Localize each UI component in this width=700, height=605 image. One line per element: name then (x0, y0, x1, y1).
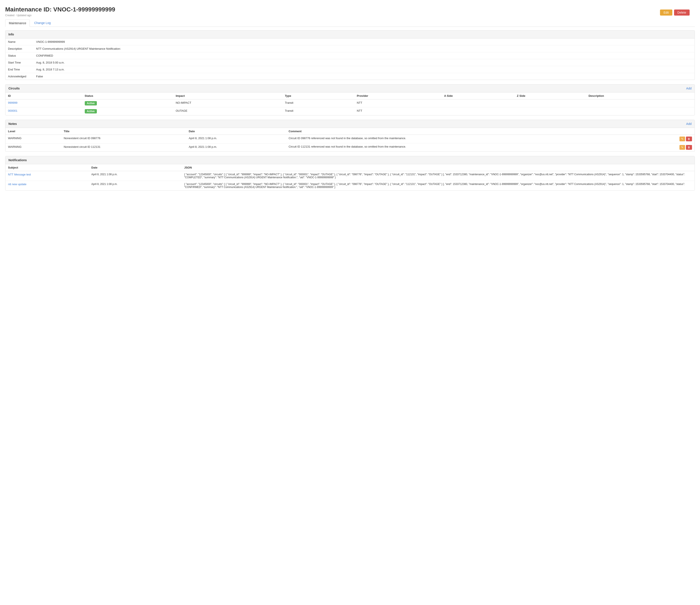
info-label: Start Time (5, 59, 33, 66)
notif-json: { "account": "12345000", "circuits": [ {… (182, 181, 695, 190)
info-label: Status (5, 52, 33, 59)
notif-date: April 8, 2021 1:08 p.m. (89, 181, 182, 190)
note-edit-button[interactable]: ✎ (679, 145, 685, 150)
circuit-aside (442, 99, 514, 107)
circuit-provider: NTT (354, 107, 442, 115)
info-row: DescriptionNTT Communications (AS2914) U… (5, 45, 695, 52)
info-row: StatusCONFIRMED (5, 52, 695, 59)
info-table: NameVNOC-1-99999999999DescriptionNTT Com… (5, 38, 695, 80)
circuit-id[interactable]: 000001 (5, 107, 82, 115)
notes-section-header: Notes Add (5, 120, 695, 128)
notifications-table: SubjectDateJSON NTT Message test April 8… (5, 164, 695, 190)
note-delete-button[interactable]: 🗑 (686, 145, 692, 150)
top-actions: Edit Delete (660, 9, 690, 16)
info-section-header: Info (5, 30, 695, 38)
notes-add-link[interactable]: Add (686, 122, 692, 126)
circuits-add-link[interactable]: Add (686, 87, 692, 90)
circuits-col-header: ID (5, 93, 82, 99)
notif-col-header: Date (89, 164, 182, 171)
note-delete-button[interactable]: 🗑 (686, 136, 692, 141)
info-value: CONFIRMED (33, 52, 695, 59)
tab-maintenance[interactable]: Maintenance (5, 20, 30, 27)
notif-json: { "account": "12345000", "circuits": [ {… (182, 171, 695, 181)
note-comment: Circuit ID 098776 referenced was not fou… (286, 135, 695, 143)
info-row: End TimeAug. 8, 2018 7:13 a.m. (5, 66, 695, 73)
circuit-description (586, 99, 695, 107)
circuits-row: 999999 Active NO-IMPACT Transit NTT (5, 99, 695, 107)
info-label: End Time (5, 66, 33, 73)
info-row: NameVNOC-1-99999999999 (5, 38, 695, 45)
info-label: Acknowledged (5, 73, 33, 80)
circuits-col-header: A Side (442, 93, 514, 99)
notes-row: WARNING Nonexistent circuit ID 098776 Ap… (5, 135, 695, 143)
notes-col-header: Date (186, 128, 286, 135)
notifications-section-header: Notifications (5, 156, 695, 164)
notif-date: April 8, 2021 1:08 p.m. (89, 171, 182, 181)
notes-row: WARNING Nonexistent circuit ID 112131 Ap… (5, 143, 695, 152)
note-actions: ✎ 🗑 (679, 145, 692, 150)
info-section: Info NameVNOC-1-99999999999DescriptionNT… (5, 30, 695, 80)
note-title: Nonexistent circuit ID 112131 (61, 143, 186, 152)
info-value: Aug. 8, 2018 5:00 a.m. (33, 59, 695, 66)
notif-col-header: Subject (5, 164, 89, 171)
note-date: April 8, 2021 1:08 p.m. (186, 135, 286, 143)
notes-col-header: Level (5, 128, 61, 135)
circuits-col-header: Type (282, 93, 354, 99)
circuit-id[interactable]: 999999 (5, 99, 82, 107)
circuit-zside (514, 99, 586, 107)
circuit-description (586, 107, 695, 115)
circuits-row: 000001 Active OUTAGE Transit NTT (5, 107, 695, 115)
info-row: AcknowledgedFalse (5, 73, 695, 80)
note-comment: Circuit ID 112131 referenced was not fou… (286, 143, 695, 152)
notes-col-header: Comment (286, 128, 695, 135)
note-title: Nonexistent circuit ID 098776 (61, 135, 186, 143)
notif-row: NTT Message test April 8, 2021 1:08 p.m.… (5, 171, 695, 181)
circuits-col-header: Description (586, 93, 695, 99)
circuit-status: Active (82, 107, 173, 115)
circuit-zside (514, 107, 586, 115)
circuit-impact: NO-IMPACT (173, 99, 282, 107)
delete-button[interactable]: Delete (674, 9, 690, 16)
circuit-impact: OUTAGE (173, 107, 282, 115)
note-level: WARNING (5, 143, 61, 152)
notif-subject[interactable]: ntt new update (5, 181, 89, 190)
tab-changelog[interactable]: Change Log (31, 20, 54, 27)
circuit-status: Active (82, 99, 173, 107)
notif-col-header: JSON (182, 164, 695, 171)
circuits-section-header: Circuits Add (5, 84, 695, 93)
notes-col-header: Title (61, 128, 186, 135)
circuit-type: Transit (282, 107, 354, 115)
circuits-section: Circuits Add IDStatusImpactTypeProviderA… (5, 84, 695, 115)
edit-button[interactable]: Edit (660, 9, 672, 16)
info-label: Description (5, 45, 33, 52)
info-value: NTT Communications (AS2914) URGENT Maint… (33, 45, 695, 52)
info-value: Aug. 8, 2018 7:13 a.m. (33, 66, 695, 73)
circuits-col-header: Impact (173, 93, 282, 99)
tab-bar: Maintenance Change Log (5, 20, 695, 27)
notes-section-title: Notes (8, 122, 17, 126)
notifications-section-title: Notifications (8, 158, 27, 162)
info-label: Name (5, 38, 33, 45)
circuits-section-title: Circuits (8, 87, 20, 90)
info-row: Start TimeAug. 8, 2018 5:00 a.m. (5, 59, 695, 66)
circuit-provider: NTT (354, 99, 442, 107)
circuits-col-header: Z Side (514, 93, 586, 99)
meta-text: Created · Updated ago (5, 14, 695, 17)
circuit-aside (442, 107, 514, 115)
circuits-col-header: Provider (354, 93, 442, 99)
note-actions: ✎ 🗑 (679, 136, 692, 141)
circuit-type: Transit (282, 99, 354, 107)
info-value: False (33, 73, 695, 80)
note-date: April 8, 2021 1:08 p.m. (186, 143, 286, 152)
info-value: VNOC-1-99999999999 (33, 38, 695, 45)
circuits-col-header: Status (82, 93, 173, 99)
notes-section: Notes Add LevelTitleDateComment WARNING … (5, 120, 695, 152)
circuits-table: IDStatusImpactTypeProviderA SideZ SideDe… (5, 93, 695, 115)
note-level: WARNING (5, 135, 61, 143)
notif-subject[interactable]: NTT Message test (5, 171, 89, 181)
notifications-section: Notifications SubjectDateJSON NTT Messag… (5, 156, 695, 190)
page-title: Maintenance ID: VNOC-1-99999999999 (5, 6, 695, 13)
note-edit-button[interactable]: ✎ (679, 136, 685, 141)
info-section-title: Info (8, 33, 14, 36)
notes-table: LevelTitleDateComment WARNING Nonexisten… (5, 128, 695, 152)
